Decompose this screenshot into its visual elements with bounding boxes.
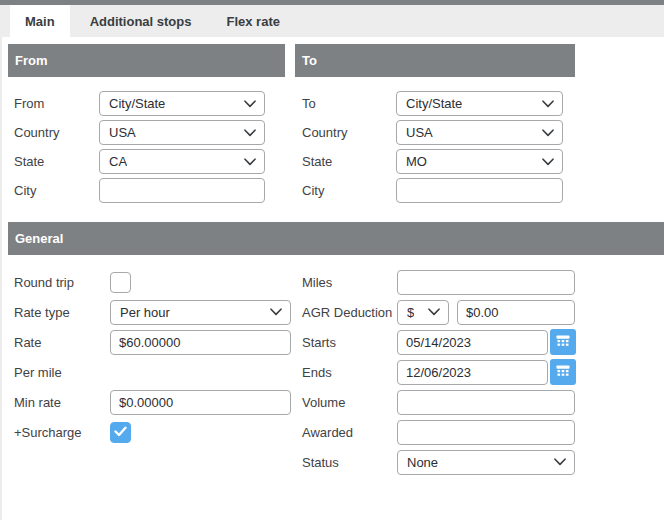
min-rate-row: Min rate: [8, 387, 302, 417]
agr-currency-value: $: [407, 305, 414, 320]
round-trip-checkbox[interactable]: [110, 272, 131, 293]
to-state-value: MO: [406, 154, 427, 169]
chevron-down-icon: [542, 129, 554, 137]
awarded-row: Awarded: [302, 417, 664, 447]
tab-main[interactable]: Main: [10, 5, 70, 37]
to-field-label: To: [295, 96, 396, 111]
from-country-label: Country: [8, 125, 99, 140]
volume-label: Volume: [302, 395, 397, 410]
rates-form-window: Main Additional stops Flex rate From Fro…: [0, 0, 664, 520]
from-country-value: USA: [109, 125, 136, 140]
chevron-down-icon: [244, 129, 256, 137]
from-state-select[interactable]: CA: [99, 149, 265, 174]
surcharge-row: +Surcharge: [8, 417, 302, 447]
from-country-select[interactable]: USA: [99, 120, 265, 145]
starts-row: Starts: [302, 327, 664, 357]
to-country-row: Country USA: [295, 118, 575, 147]
from-location-type-select[interactable]: City/State: [99, 91, 265, 116]
from-city-label: City: [8, 183, 99, 198]
miles-input[interactable]: [397, 270, 575, 295]
miles-label: Miles: [302, 275, 397, 290]
rate-type-value: Per hour: [120, 305, 170, 320]
round-trip-label: Round trip: [8, 275, 110, 290]
chevron-down-icon: [542, 100, 554, 108]
chevron-down-icon: [270, 308, 282, 316]
from-field-label: From: [8, 96, 99, 111]
general-right-column: Miles AGR Deduction $ Starts: [302, 267, 664, 477]
tab-bar: Main Additional stops Flex rate: [0, 5, 664, 37]
awarded-input[interactable]: [397, 420, 575, 445]
agr-deduction-row: AGR Deduction $: [302, 297, 664, 327]
min-rate-input[interactable]: [110, 390, 291, 415]
rate-label: Rate: [8, 335, 110, 350]
agr-currency-select[interactable]: $: [397, 300, 449, 325]
to-state-label: State: [295, 154, 396, 169]
to-state-row: State MO: [295, 147, 575, 176]
from-state-row: State CA: [8, 147, 285, 176]
starts-calendar-button[interactable]: [550, 329, 576, 355]
from-section-header: From: [8, 44, 285, 77]
general-section-header: General: [8, 222, 664, 255]
to-section: To To City/State Country USA State MO: [295, 44, 575, 205]
rate-row: Rate: [8, 327, 302, 357]
status-select[interactable]: None: [397, 450, 575, 475]
agr-amount-input[interactable]: [457, 300, 575, 325]
to-country-select[interactable]: USA: [396, 120, 563, 145]
surcharge-label: +Surcharge: [8, 425, 110, 440]
rate-type-row: Rate type Per hour: [8, 297, 302, 327]
from-state-label: State: [8, 154, 99, 169]
volume-input[interactable]: [397, 390, 575, 415]
from-section: From From City/State Country USA State: [8, 44, 285, 205]
to-state-select[interactable]: MO: [396, 149, 563, 174]
to-section-title: To: [302, 53, 317, 68]
surcharge-checkbox[interactable]: [110, 422, 131, 443]
agr-deduction-label: AGR Deduction: [302, 305, 397, 320]
from-city-input[interactable]: [99, 178, 265, 203]
chevron-down-icon: [428, 308, 440, 316]
general-section: General Round trip Rate type Per hour Ra…: [8, 222, 664, 477]
general-section-title: General: [15, 231, 63, 246]
tab-additional-stops[interactable]: Additional stops: [75, 5, 207, 37]
round-trip-row: Round trip: [8, 267, 302, 297]
chevron-down-icon: [244, 100, 256, 108]
to-city-row: City: [295, 176, 575, 205]
per-mile-row: Per mile: [8, 357, 302, 387]
to-location-type-row: To City/State: [295, 89, 575, 118]
ends-date-input[interactable]: [397, 360, 548, 385]
to-section-header: To: [295, 44, 575, 77]
rate-input[interactable]: [110, 330, 291, 355]
tab-flex-rate[interactable]: Flex rate: [211, 5, 294, 37]
to-location-type-select[interactable]: City/State: [396, 91, 563, 116]
miles-row: Miles: [302, 267, 664, 297]
from-country-row: Country USA: [8, 118, 285, 147]
status-row: Status None: [302, 447, 664, 477]
from-location-type-row: From City/State: [8, 89, 285, 118]
per-mile-label: Per mile: [8, 365, 110, 380]
ends-calendar-button[interactable]: [550, 359, 576, 385]
awarded-label: Awarded: [302, 425, 397, 440]
to-country-label: Country: [295, 125, 396, 140]
to-city-input[interactable]: [396, 178, 563, 203]
rate-type-select[interactable]: Per hour: [110, 300, 291, 325]
status-value: None: [407, 455, 438, 470]
from-city-row: City: [8, 176, 285, 205]
from-state-value: CA: [109, 154, 127, 169]
starts-label: Starts: [302, 335, 397, 350]
chevron-down-icon: [244, 158, 256, 166]
starts-date-input[interactable]: [397, 330, 548, 355]
general-left-column: Round trip Rate type Per hour Rate Per m…: [8, 267, 302, 477]
to-city-label: City: [295, 183, 396, 198]
ends-row: Ends: [302, 357, 664, 387]
calendar-icon: [555, 333, 571, 352]
min-rate-label: Min rate: [8, 395, 110, 410]
calendar-icon: [555, 363, 571, 382]
checkmark-icon: [114, 423, 127, 441]
chevron-down-icon: [542, 158, 554, 166]
from-section-title: From: [15, 53, 48, 68]
volume-row: Volume: [302, 387, 664, 417]
ends-label: Ends: [302, 365, 397, 380]
chevron-down-icon: [554, 458, 566, 466]
to-location-type-value: City/State: [406, 96, 462, 111]
status-label: Status: [302, 455, 397, 470]
left-edge-divider: [0, 37, 2, 520]
